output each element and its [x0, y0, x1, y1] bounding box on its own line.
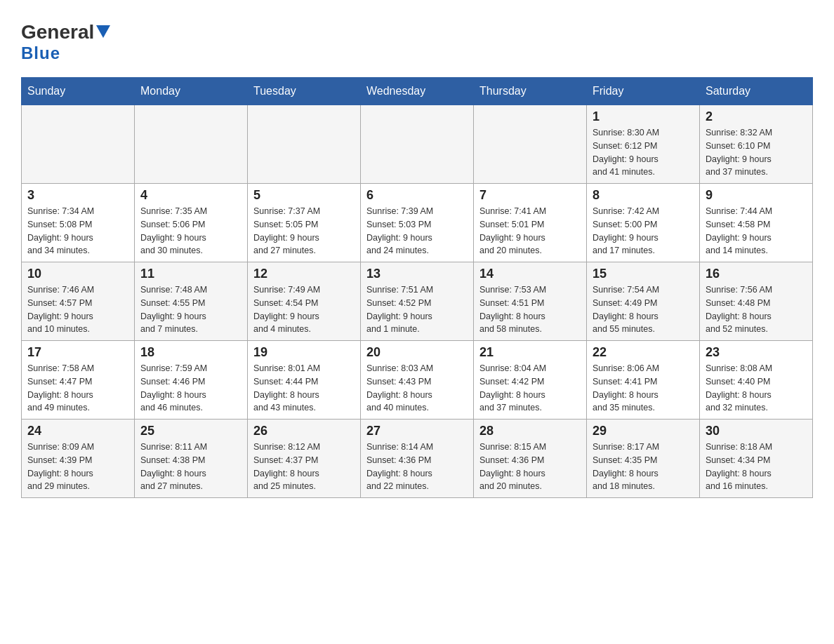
day-number: 10 [27, 267, 128, 281]
day-number: 2 [706, 109, 807, 124]
calendar-day-cell: 10Sunrise: 7:46 AM Sunset: 4:57 PM Dayli… [22, 262, 135, 341]
day-number: 11 [140, 267, 241, 281]
calendar-day-cell [474, 105, 587, 184]
day-info: Sunrise: 7:42 AM Sunset: 5:00 PM Dayligh… [593, 205, 694, 257]
calendar-day-cell [22, 105, 135, 184]
calendar-week-row: 1Sunrise: 8:30 AM Sunset: 6:12 PM Daylig… [22, 105, 813, 184]
calendar-day-cell: 12Sunrise: 7:49 AM Sunset: 4:54 PM Dayli… [248, 262, 361, 341]
day-info: Sunrise: 8:18 AM Sunset: 4:34 PM Dayligh… [706, 441, 807, 493]
day-number: 25 [140, 424, 241, 438]
calendar-day-cell: 7Sunrise: 7:41 AM Sunset: 5:01 PM Daylig… [474, 184, 587, 262]
day-number: 18 [140, 345, 241, 360]
logo-blue-line: Blue [21, 43, 60, 63]
day-info: Sunrise: 8:14 AM Sunset: 4:36 PM Dayligh… [366, 441, 468, 493]
calendar-day-cell: 17Sunrise: 7:58 AM Sunset: 4:47 PM Dayli… [22, 341, 135, 420]
day-number: 17 [27, 345, 128, 360]
day-info: Sunrise: 8:09 AM Sunset: 4:39 PM Dayligh… [27, 441, 128, 493]
day-info: Sunrise: 8:08 AM Sunset: 4:40 PM Dayligh… [706, 362, 807, 415]
day-info: Sunrise: 7:56 AM Sunset: 4:48 PM Dayligh… [706, 283, 807, 336]
day-info: Sunrise: 8:30 AM Sunset: 6:12 PM Dayligh… [593, 126, 694, 179]
calendar-day-cell: 6Sunrise: 7:39 AM Sunset: 5:03 PM Daylig… [361, 184, 474, 262]
day-info: Sunrise: 8:01 AM Sunset: 4:44 PM Dayligh… [253, 362, 355, 415]
logo-triangle-icon [96, 25, 110, 38]
calendar-day-cell: 21Sunrise: 8:04 AM Sunset: 4:42 PM Dayli… [474, 341, 587, 420]
logo-general: General [21, 21, 94, 43]
calendar-week-row: 24Sunrise: 8:09 AM Sunset: 4:39 PM Dayli… [22, 420, 813, 498]
calendar-day-cell [361, 105, 474, 184]
calendar-day-cell: 16Sunrise: 7:56 AM Sunset: 4:48 PM Dayli… [700, 262, 813, 341]
calendar-day-cell: 4Sunrise: 7:35 AM Sunset: 5:06 PM Daylig… [135, 184, 248, 262]
day-number: 9 [706, 188, 807, 203]
calendar-day-cell: 9Sunrise: 7:44 AM Sunset: 4:58 PM Daylig… [700, 184, 813, 262]
day-number: 29 [593, 424, 694, 438]
weekday-header-monday: Monday [135, 78, 248, 105]
calendar-day-cell: 3Sunrise: 7:34 AM Sunset: 5:08 PM Daylig… [22, 184, 135, 262]
day-number: 14 [479, 267, 581, 281]
day-number: 16 [706, 267, 807, 281]
day-number: 15 [593, 267, 694, 281]
logo: General Blue [21, 21, 112, 63]
day-number: 4 [140, 188, 241, 203]
day-number: 27 [366, 424, 468, 438]
day-info: Sunrise: 8:03 AM Sunset: 4:43 PM Dayligh… [366, 362, 468, 415]
logo-combined: General [21, 21, 112, 43]
calendar-day-cell: 8Sunrise: 7:42 AM Sunset: 5:00 PM Daylig… [587, 184, 700, 262]
calendar-day-cell: 1Sunrise: 8:30 AM Sunset: 6:12 PM Daylig… [587, 105, 700, 184]
day-info: Sunrise: 8:32 AM Sunset: 6:10 PM Dayligh… [706, 126, 807, 179]
page-header: General Blue [14, 14, 820, 63]
day-info: Sunrise: 7:59 AM Sunset: 4:46 PM Dayligh… [140, 362, 241, 415]
calendar-day-cell: 2Sunrise: 8:32 AM Sunset: 6:10 PM Daylig… [700, 105, 813, 184]
day-info: Sunrise: 7:34 AM Sunset: 5:08 PM Dayligh… [27, 205, 128, 257]
calendar-day-cell: 27Sunrise: 8:14 AM Sunset: 4:36 PM Dayli… [361, 420, 474, 498]
calendar-day-cell [248, 105, 361, 184]
calendar-day-cell: 29Sunrise: 8:17 AM Sunset: 4:35 PM Dayli… [587, 420, 700, 498]
weekday-header-wednesday: Wednesday [361, 78, 474, 105]
calendar-day-cell: 22Sunrise: 8:06 AM Sunset: 4:41 PM Dayli… [587, 341, 700, 420]
day-info: Sunrise: 7:44 AM Sunset: 4:58 PM Dayligh… [706, 205, 807, 257]
calendar-day-cell: 30Sunrise: 8:18 AM Sunset: 4:34 PM Dayli… [700, 420, 813, 498]
day-number: 26 [253, 424, 355, 438]
day-number: 3 [27, 188, 128, 203]
weekday-header-friday: Friday [587, 78, 700, 105]
day-number: 5 [253, 188, 355, 203]
weekday-header-thursday: Thursday [474, 78, 587, 105]
day-number: 28 [479, 424, 581, 438]
day-number: 8 [593, 188, 694, 203]
day-number: 7 [479, 188, 581, 203]
calendar-day-cell: 15Sunrise: 7:54 AM Sunset: 4:49 PM Dayli… [587, 262, 700, 341]
calendar-week-row: 3Sunrise: 7:34 AM Sunset: 5:08 PM Daylig… [22, 184, 813, 262]
calendar-day-cell: 23Sunrise: 8:08 AM Sunset: 4:40 PM Dayli… [700, 341, 813, 420]
day-info: Sunrise: 7:48 AM Sunset: 4:55 PM Dayligh… [140, 283, 241, 336]
day-info: Sunrise: 7:58 AM Sunset: 4:47 PM Dayligh… [27, 362, 128, 415]
day-number: 21 [479, 345, 581, 360]
weekday-header-saturday: Saturday [700, 78, 813, 105]
day-number: 30 [706, 424, 807, 438]
weekday-header-tuesday: Tuesday [248, 78, 361, 105]
weekday-header-row: SundayMondayTuesdayWednesdayThursdayFrid… [22, 78, 813, 105]
day-info: Sunrise: 7:54 AM Sunset: 4:49 PM Dayligh… [593, 283, 694, 336]
day-info: Sunrise: 8:11 AM Sunset: 4:38 PM Dayligh… [140, 441, 241, 493]
day-number: 1 [593, 109, 694, 124]
calendar-table: SundayMondayTuesdayWednesdayThursdayFrid… [21, 77, 813, 498]
day-number: 24 [27, 424, 128, 438]
day-number: 22 [593, 345, 694, 360]
calendar-day-cell: 11Sunrise: 7:48 AM Sunset: 4:55 PM Dayli… [135, 262, 248, 341]
calendar-day-cell: 24Sunrise: 8:09 AM Sunset: 4:39 PM Dayli… [22, 420, 135, 498]
day-info: Sunrise: 7:49 AM Sunset: 4:54 PM Dayligh… [253, 283, 355, 336]
day-number: 13 [366, 267, 468, 281]
day-info: Sunrise: 7:53 AM Sunset: 4:51 PM Dayligh… [479, 283, 581, 336]
day-info: Sunrise: 7:37 AM Sunset: 5:05 PM Dayligh… [253, 205, 355, 257]
day-info: Sunrise: 8:15 AM Sunset: 4:36 PM Dayligh… [479, 441, 581, 493]
day-info: Sunrise: 7:46 AM Sunset: 4:57 PM Dayligh… [27, 283, 128, 336]
day-info: Sunrise: 8:17 AM Sunset: 4:35 PM Dayligh… [593, 441, 694, 493]
calendar-week-row: 10Sunrise: 7:46 AM Sunset: 4:57 PM Dayli… [22, 262, 813, 341]
day-info: Sunrise: 7:51 AM Sunset: 4:52 PM Dayligh… [366, 283, 468, 336]
day-number: 12 [253, 267, 355, 281]
day-info: Sunrise: 8:12 AM Sunset: 4:37 PM Dayligh… [253, 441, 355, 493]
calendar-day-cell: 13Sunrise: 7:51 AM Sunset: 4:52 PM Dayli… [361, 262, 474, 341]
weekday-header-sunday: Sunday [22, 78, 135, 105]
calendar-day-cell [135, 105, 248, 184]
calendar-day-cell: 28Sunrise: 8:15 AM Sunset: 4:36 PM Dayli… [474, 420, 587, 498]
calendar-day-cell: 19Sunrise: 8:01 AM Sunset: 4:44 PM Dayli… [248, 341, 361, 420]
day-info: Sunrise: 8:04 AM Sunset: 4:42 PM Dayligh… [479, 362, 581, 415]
